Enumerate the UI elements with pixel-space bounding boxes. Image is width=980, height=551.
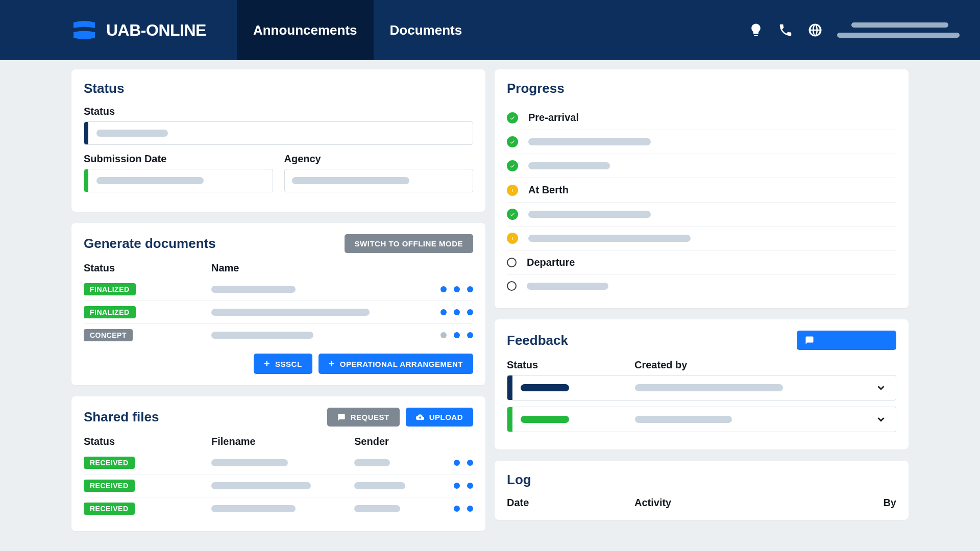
status-badge: FINALIZED: [84, 306, 136, 318]
file-row: RECEIVED: [84, 497, 473, 520]
action-dot[interactable]: [440, 332, 447, 338]
action-dot[interactable]: [454, 506, 460, 512]
submission-date-label: Submission Date: [84, 153, 273, 165]
phone-icon[interactable]: [778, 22, 793, 38]
chevron-down-icon[interactable]: [875, 414, 887, 425]
progress-item: [507, 227, 896, 251]
document-row: CONCEPT: [84, 324, 473, 346]
main-content: Status Status Submission Date Agency: [0, 60, 980, 540]
progress-title: Progress: [507, 81, 896, 96]
action-dot[interactable]: [454, 309, 460, 315]
status-field[interactable]: [84, 121, 473, 145]
action-dot[interactable]: [440, 309, 447, 315]
user-profile[interactable]: [837, 22, 960, 38]
check-icon: [507, 136, 518, 147]
progress-item: Departure: [507, 251, 896, 275]
globe-icon[interactable]: [807, 22, 823, 38]
status-badge: FINALIZED: [84, 283, 136, 295]
action-dot[interactable]: [454, 286, 460, 292]
status-badge: RECEIVED: [84, 480, 135, 492]
circle-empty-icon: [507, 281, 517, 291]
shared-files-card: Shared files REQUEST UPLOAD Status Filen…: [71, 396, 485, 531]
request-button[interactable]: REQUEST: [327, 408, 400, 427]
progress-card: Progress Pre-arrivalAt BerthDeparture: [495, 69, 909, 308]
warning-icon: [507, 233, 518, 244]
sf-header-filename: Filename: [211, 436, 354, 447]
app-header: UAB-ONLINE Announcements Documents: [0, 0, 980, 60]
progress-item: [507, 203, 896, 227]
feedback-row[interactable]: [507, 375, 896, 400]
progress-item: [507, 130, 896, 154]
action-dot[interactable]: [454, 483, 460, 489]
shared-files-title: Shared files: [84, 409, 159, 425]
document-row: FINALIZED: [84, 278, 473, 301]
ssscl-button[interactable]: +SSSCL: [254, 354, 312, 374]
action-dot[interactable]: [467, 506, 473, 512]
progress-label: Departure: [527, 257, 575, 268]
brand-name: UAB-ONLINE: [106, 21, 206, 40]
feedback-title: Feedback: [507, 333, 568, 348]
feedback-card: Feedback Status Created by: [495, 319, 909, 449]
progress-item: [507, 275, 896, 297]
action-dot[interactable]: [467, 483, 473, 489]
right-column: Progress Pre-arrivalAt BerthDeparture Fe…: [495, 69, 909, 531]
submission-date-field[interactable]: [84, 169, 273, 192]
action-dot[interactable]: [440, 286, 447, 292]
agency-label: Agency: [284, 153, 474, 165]
lightbulb-icon[interactable]: [748, 22, 764, 38]
agency-field[interactable]: [284, 169, 474, 192]
progress-item: At Berth: [507, 178, 896, 203]
switch-offline-button[interactable]: SWITCH TO OFFLINE MODE: [345, 234, 473, 253]
fb-header-created: Created by: [634, 359, 896, 371]
log-title: Log: [507, 472, 896, 488]
warning-icon: [507, 185, 518, 196]
feedback-row[interactable]: [507, 407, 896, 432]
tab-announcements[interactable]: Announcements: [237, 0, 374, 60]
status-field-label: Status: [84, 106, 473, 117]
log-header-by: By: [866, 497, 896, 509]
file-row: RECEIVED: [84, 452, 473, 474]
check-icon: [507, 209, 518, 220]
plus-icon: +: [264, 359, 270, 369]
plus-icon: +: [329, 359, 335, 369]
status-badge: CONCEPT: [84, 329, 133, 341]
sf-header-status: Status: [84, 436, 211, 447]
upload-button[interactable]: UPLOAD: [406, 408, 473, 427]
progress-item: Pre-arrival: [507, 106, 896, 130]
document-row: FINALIZED: [84, 301, 473, 324]
cloud-upload-icon: [416, 413, 424, 421]
header-actions: [748, 22, 960, 38]
fb-header-status: Status: [507, 359, 634, 371]
status-badge: RECEIVED: [84, 457, 135, 469]
check-icon: [507, 160, 518, 171]
progress-label: At Berth: [528, 184, 569, 196]
log-header-activity: Activity: [634, 497, 866, 509]
chat-icon: [805, 336, 814, 345]
check-icon: [507, 112, 518, 123]
action-dot[interactable]: [467, 309, 473, 315]
sf-header-sender: Sender: [354, 436, 473, 447]
feedback-comment-button[interactable]: [797, 331, 896, 350]
left-column: Status Status Submission Date Agency: [71, 69, 485, 531]
tab-documents[interactable]: Documents: [374, 0, 479, 60]
action-dot[interactable]: [454, 332, 460, 338]
operational-arrangement-button[interactable]: +OPERATIONAL ARRANGEMENT: [318, 354, 473, 374]
log-card: Log Date Activity By: [495, 461, 909, 520]
status-badge: RECEIVED: [84, 503, 135, 515]
progress-label: Pre-arrival: [528, 112, 579, 123]
gen-header-status: Status: [84, 262, 211, 274]
action-dot[interactable]: [467, 332, 473, 338]
action-dot[interactable]: [467, 460, 473, 466]
action-dot[interactable]: [454, 460, 460, 466]
progress-item: [507, 154, 896, 178]
action-dot[interactable]: [467, 286, 473, 292]
circle-empty-icon: [507, 258, 517, 267]
log-header-date: Date: [507, 497, 634, 509]
gen-header-name: Name: [211, 262, 473, 274]
chevron-down-icon[interactable]: [875, 382, 887, 393]
nav-tabs: Announcements Documents: [237, 0, 478, 60]
logo: UAB-ONLINE: [71, 19, 206, 41]
generate-docs-title: Generate documents: [84, 236, 216, 252]
file-row: RECEIVED: [84, 474, 473, 497]
logo-icon: [71, 19, 97, 41]
